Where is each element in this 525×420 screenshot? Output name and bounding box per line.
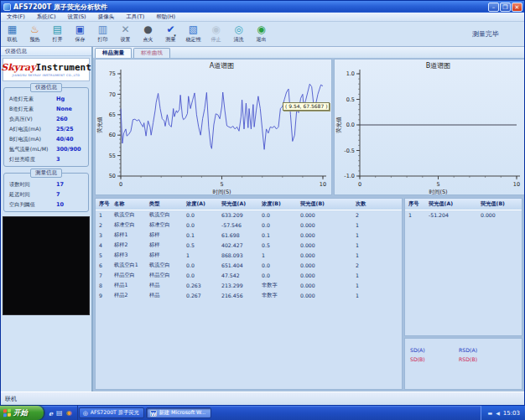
menu-tools[interactable]: 工具(T): [120, 13, 150, 21]
column-header[interactable]: 序号: [96, 199, 111, 210]
preheat-icon: ♨: [30, 24, 39, 36]
connect-button[interactable]: ▦联机: [1, 22, 23, 46]
svg-text:5: 5: [220, 181, 223, 188]
show-desktop-icon[interactable]: ▤: [56, 409, 63, 417]
save-button[interactable]: ▣保存: [69, 22, 91, 46]
sample-table-panel: 序号名称类型浓度(A)荧光值(A)浓度(B)荧光值(B)次数1载流空白载流空白0…: [95, 198, 403, 390]
menu-system[interactable]: 系统(C): [31, 13, 62, 21]
column-header[interactable]: 浓度(B): [258, 199, 297, 210]
info-value: 17: [56, 181, 64, 188]
title-bar[interactable]: AFS7200T 原子荧光分析软件 – ❐ ✕: [1, 1, 524, 13]
table-cell: 样品2: [111, 290, 146, 300]
brand-logo: SkyrayInstrument JIANGSU SKYRAY INSTRUME…: [3, 58, 90, 81]
restore-button[interactable]: ❐: [500, 3, 511, 12]
column-header[interactable]: 荧光值(A): [218, 199, 258, 210]
table-cell: 4: [96, 240, 111, 250]
menu-file[interactable]: 文件(F): [1, 13, 31, 21]
info-row: 空白判阈值10: [4, 200, 88, 210]
charts-row: A道谱图荧光值5055606570750510时间(S) B道谱图荧光值-1.0…: [93, 58, 524, 196]
stability-label: 稳定性: [186, 36, 201, 44]
table-cell: 7: [96, 270, 111, 280]
stop-label: 停止: [211, 36, 221, 44]
column-header[interactable]: 名称: [111, 199, 146, 210]
column-header[interactable]: 浓度(A): [183, 199, 218, 210]
task-button-2[interactable]: W新建 Microsoft W...: [146, 407, 211, 418]
column-header[interactable]: 荧光值(A): [425, 199, 477, 210]
table-cell: 载流空白: [146, 210, 183, 220]
table-cell: 0.0: [258, 210, 297, 220]
column-header[interactable]: 荧光值(B): [297, 199, 352, 210]
table-row[interactable]: 9样品2样品0.267216.456非数字0.0001: [96, 290, 402, 300]
table-row[interactable]: 3标样1标样0.161.6980.10.0001: [96, 230, 402, 240]
ie-icon[interactable]: e: [49, 409, 53, 417]
system-tray: ▬ ◀ 15:03: [481, 406, 525, 420]
media-player-icon[interactable]: ◉: [66, 409, 72, 417]
table-cell: 1: [183, 250, 218, 260]
close-button[interactable]: ✕: [512, 3, 522, 12]
save-label: 保存: [75, 36, 86, 44]
menu-settings[interactable]: 设置(S): [61, 13, 91, 21]
column-header[interactable]: 类型: [146, 199, 183, 210]
stability-button[interactable]: ▧稳定性: [182, 22, 205, 46]
volume-icon[interactable]: ◀: [496, 410, 500, 416]
table-cell: 6: [96, 260, 111, 270]
open-icon: ▤: [53, 24, 62, 36]
sidebar: 仪器信息 SkyrayInstrument JIANGSU SKYRAY INS…: [1, 47, 93, 391]
table-row[interactable]: 8样品1样品0.263213.299非数字0.0001: [96, 280, 402, 290]
ignite-label: 点火: [143, 36, 153, 44]
chart-b-plot[interactable]: B道谱图荧光值-1.0-0.50.00.51.00510时间(S): [335, 60, 524, 196]
camera-preview[interactable]: [3, 216, 90, 315]
table-row[interactable]: 2标准空白标准空白0.0-57.5460.00.0001: [96, 220, 402, 230]
table-cell: 样品空白: [146, 270, 183, 280]
column-header[interactable]: 序号: [405, 199, 425, 210]
table-row[interactable]: 7样品空白样品空白0.047.5420.00.0001: [96, 270, 402, 280]
table-cell: 标样: [146, 230, 183, 240]
info-value: 10: [56, 201, 64, 208]
table-row[interactable]: 1-51.2040.000: [405, 210, 522, 220]
table-cell: 2: [352, 260, 402, 270]
menu-help[interactable]: 帮助(H): [150, 13, 181, 21]
tab-standard-curve[interactable]: 标准曲线: [133, 48, 170, 58]
print-button[interactable]: ▥打印: [91, 22, 114, 46]
table-row[interactable]: 6载流空白1载流空白0.0651.4040.00.0002: [96, 260, 402, 270]
start-button[interactable]: 开始: [0, 406, 44, 420]
measure-info-group: 测量信息 读数时间17延迟时间7空白判阈值10: [3, 173, 89, 212]
table-row[interactable]: 4标样2标样0.5402.4270.50.0001: [96, 240, 402, 250]
exit-button[interactable]: ◉退出: [250, 22, 273, 46]
table-cell: 1: [352, 270, 402, 280]
chart-a-plot[interactable]: A道谱图荧光值5055606570750510时间(S): [96, 60, 331, 196]
column-header[interactable]: 荧光值(B): [477, 199, 522, 210]
table-row[interactable]: 1载流空白载流空白0.0633.2090.00.0002: [96, 210, 402, 220]
settings-button[interactable]: ✕设置: [114, 22, 137, 46]
table-cell: 633.209: [218, 210, 258, 220]
device-tray-icon[interactable]: ▬: [488, 410, 493, 416]
chart-a-panel: A道谱图荧光值5055606570750510时间(S): [95, 59, 332, 195]
sd-b-label: SD(B): [410, 356, 459, 362]
task-button-1[interactable]: ◎AFS7200T 原子荧光: [79, 407, 144, 418]
svg-text:60: 60: [109, 132, 116, 138]
sd-panel: SD(A) RSD(A) SD(B) RSD(B): [404, 338, 522, 390]
table-cell: 非数字: [258, 280, 297, 290]
preheat-button[interactable]: ♨预热: [23, 22, 46, 46]
task-label: AFS7200T 原子荧光: [91, 409, 139, 417]
info-label: B道灯元素: [4, 106, 56, 113]
tab-sample-measure[interactable]: 样品测量: [95, 48, 132, 58]
svg-text:时间(S): 时间(S): [212, 189, 231, 195]
info-row: A灯电流(mA)25/25: [4, 124, 88, 134]
measure-button[interactable]: ✔▾测量: [159, 22, 182, 46]
table-row[interactable]: 5标样3标样1868.09310.0001: [96, 250, 402, 260]
ignite-button[interactable]: ●点火: [137, 22, 159, 46]
minimize-button[interactable]: –: [488, 3, 499, 12]
table-cell: 1: [352, 290, 402, 300]
open-button[interactable]: ▤打开: [46, 22, 69, 46]
column-header[interactable]: 次数: [352, 199, 402, 210]
result-table-panel: 序号荧光值(A)荧光值(B)1-51.2040.000: [404, 198, 522, 336]
logo-skyray: Skyray: [1, 62, 35, 73]
rsd-b-label: RSD(B): [459, 356, 522, 362]
table-cell: 5: [96, 250, 111, 260]
clean-button[interactable]: ◎清洗: [227, 22, 250, 46]
settings-icon: ✕: [121, 24, 129, 36]
preheat-label: 预热: [30, 36, 40, 44]
menu-camera[interactable]: 摄像头: [92, 13, 121, 21]
measure-info-title: 测量信息: [30, 169, 62, 178]
